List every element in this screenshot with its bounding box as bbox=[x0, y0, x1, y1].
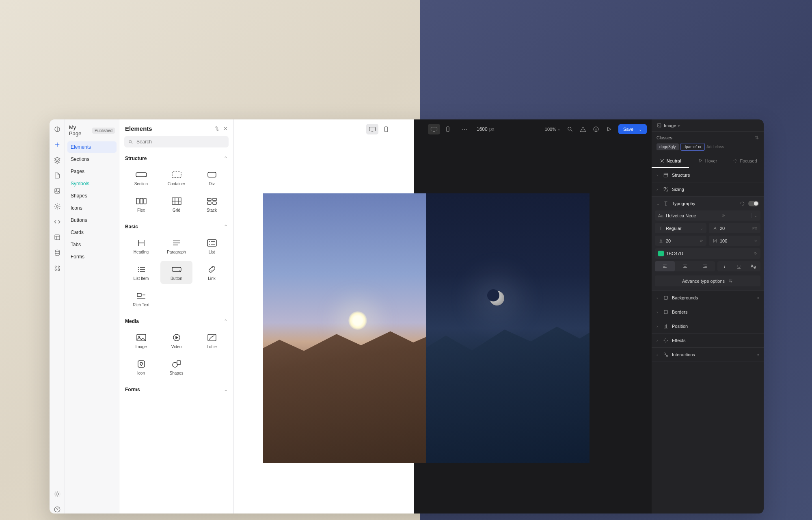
state-tab-hover[interactable]: Hover bbox=[689, 155, 726, 168]
code-icon[interactable] bbox=[53, 218, 61, 226]
image-icon[interactable] bbox=[53, 187, 61, 195]
nav-item-tabs[interactable]: Tabs bbox=[67, 239, 117, 250]
canvas-width[interactable]: 1600px bbox=[477, 126, 494, 132]
align-right-button[interactable] bbox=[695, 261, 715, 271]
sort-icon[interactable]: ⇅ bbox=[755, 135, 759, 141]
tile-icon[interactable]: Icon bbox=[125, 355, 157, 379]
device-desktop-dark[interactable] bbox=[428, 124, 440, 134]
nav-item-icons[interactable]: Icons bbox=[67, 202, 117, 214]
tile-heading[interactable]: Heading bbox=[125, 234, 157, 258]
database-icon[interactable] bbox=[53, 249, 61, 257]
align-left-button[interactable] bbox=[655, 261, 675, 271]
nav-item-symbols[interactable]: Symbols bbox=[67, 178, 117, 189]
text-color-field[interactable]: 1BC47D ⟳ bbox=[655, 248, 760, 259]
class-tag[interactable]: dpamc1or bbox=[680, 143, 705, 151]
search-canvas-icon[interactable] bbox=[566, 126, 574, 133]
tile-flex[interactable]: Flex bbox=[125, 193, 157, 216]
nav-item-forms[interactable]: Forms bbox=[67, 251, 117, 262]
device-tablet-light[interactable] bbox=[380, 124, 392, 134]
letter-spacing-field[interactable]: 100 % bbox=[709, 236, 760, 246]
search-field[interactable] bbox=[136, 139, 225, 145]
section-interactions[interactable]: ›Interactions• bbox=[652, 348, 764, 362]
tile-image[interactable]: Image bbox=[125, 329, 157, 352]
underline-button[interactable]: U bbox=[732, 261, 746, 271]
chevron-down-icon[interactable]: ⌄ bbox=[636, 127, 642, 132]
tile-stack[interactable]: Stack bbox=[196, 193, 228, 216]
component-icon[interactable] bbox=[53, 264, 61, 272]
canvas[interactable]: ⋯ 1600px 100% ⌄ Save⌄ bbox=[234, 119, 652, 514]
more-icon[interactable]: ⋯ bbox=[754, 123, 759, 128]
nav-item-elements[interactable]: Elements bbox=[67, 141, 117, 153]
font-weight-field[interactable]: T Regular ⌄ bbox=[655, 223, 706, 233]
tile-video[interactable]: Video bbox=[160, 329, 192, 352]
logo-icon[interactable] bbox=[53, 125, 61, 133]
help-icon[interactable] bbox=[53, 505, 61, 514]
preview-icon[interactable] bbox=[605, 126, 613, 133]
section-position[interactable]: ›Position bbox=[652, 319, 764, 334]
add-class-input[interactable]: Add class bbox=[706, 145, 724, 149]
save-button[interactable]: Save⌄ bbox=[618, 124, 647, 134]
font-family-field[interactable]: Aa Helvetica Neue ⟳ ⌄ bbox=[655, 210, 760, 221]
device-desktop-light[interactable] bbox=[366, 124, 378, 134]
theme-icon[interactable] bbox=[53, 490, 61, 498]
advance-type-button[interactable]: Advance type options bbox=[655, 275, 760, 286]
tile-rich-text[interactable]: Rich Text bbox=[125, 287, 157, 310]
category-media-header[interactable]: Media ⌃ bbox=[119, 314, 233, 327]
tile-paragraph[interactable]: Paragraph bbox=[160, 234, 192, 258]
tile-link[interactable]: Link bbox=[196, 261, 228, 284]
tile-list-item[interactable]: List Item bbox=[125, 261, 157, 284]
refresh-icon[interactable]: ⟳ bbox=[754, 251, 757, 256]
line-height-field[interactable]: 20 ⟳ bbox=[655, 236, 706, 246]
align-center-button[interactable] bbox=[675, 261, 695, 271]
page-icon[interactable] bbox=[53, 171, 61, 180]
zoom-level[interactable]: 100% ⌄ bbox=[545, 127, 561, 132]
state-tab-focused[interactable]: Focused bbox=[726, 155, 764, 168]
refresh-icon[interactable]: ⟳ bbox=[722, 214, 725, 218]
category-forms-header[interactable]: Forms ⌄ bbox=[119, 383, 233, 395]
section-typography-header[interactable]: ⌄ Typography bbox=[652, 197, 764, 210]
artwork[interactable] bbox=[263, 193, 590, 463]
section-borders[interactable]: ›Borders bbox=[652, 305, 764, 319]
canvas-body[interactable] bbox=[234, 139, 652, 514]
tile-shapes[interactable]: Shapes bbox=[160, 355, 192, 379]
category-structure-header[interactable]: Structure ⌃ bbox=[119, 152, 233, 164]
accessibility-icon[interactable] bbox=[592, 126, 600, 133]
reset-icon[interactable] bbox=[740, 201, 745, 206]
tile-section[interactable]: Section bbox=[125, 166, 157, 189]
class-tag[interactable]: dpgq3gly bbox=[657, 143, 679, 150]
more-devices-icon[interactable]: ⋯ bbox=[461, 126, 469, 133]
italic-button[interactable]: I bbox=[717, 261, 732, 271]
font-size-field[interactable]: 20 PX bbox=[709, 223, 760, 233]
state-tab-neutral[interactable]: Neutral bbox=[652, 155, 689, 168]
toggle-switch[interactable] bbox=[748, 201, 759, 206]
case-button[interactable]: Aǥ bbox=[746, 261, 760, 271]
settings-icon[interactable] bbox=[53, 202, 61, 210]
nav-item-cards[interactable]: Cards bbox=[67, 227, 117, 238]
tile-lottie[interactable]: Lottie bbox=[196, 329, 228, 352]
category-basic-header[interactable]: Basic ⌃ bbox=[119, 220, 233, 232]
tile-button[interactable]: Button bbox=[160, 261, 192, 284]
tile-container[interactable]: Container bbox=[160, 166, 192, 189]
device-mobile-dark[interactable] bbox=[442, 124, 454, 134]
chevron-down-icon[interactable]: ⌄ bbox=[751, 213, 757, 218]
search-input[interactable] bbox=[124, 136, 229, 147]
section-structure[interactable]: ›Structure bbox=[652, 168, 764, 182]
nav-item-shapes[interactable]: Shapes bbox=[67, 190, 117, 202]
warnings-icon[interactable] bbox=[579, 126, 587, 133]
tile-grid[interactable]: Grid bbox=[160, 193, 192, 216]
refresh-icon[interactable]: ⟳ bbox=[700, 239, 703, 243]
layers-icon[interactable] bbox=[53, 156, 61, 164]
tile-list[interactable]: List bbox=[196, 234, 228, 258]
section-sizing[interactable]: ›Sizing bbox=[652, 182, 764, 197]
layout-icon[interactable] bbox=[53, 233, 61, 241]
close-icon[interactable]: ✕ bbox=[223, 126, 228, 132]
nav-item-buttons[interactable]: Buttons bbox=[67, 214, 117, 226]
breadcrumb[interactable]: Image ▸ bbox=[657, 123, 680, 128]
tile-div[interactable]: Div bbox=[196, 166, 228, 189]
section-effects[interactable]: ›Effects bbox=[652, 334, 764, 348]
nav-item-pages[interactable]: Pages bbox=[67, 166, 117, 177]
section-backgrounds[interactable]: ›Backgrounds• bbox=[652, 291, 764, 305]
add-icon[interactable] bbox=[53, 141, 61, 149]
nav-item-sections[interactable]: Sections bbox=[67, 154, 117, 165]
sort-icon[interactable]: ⇅ bbox=[215, 126, 219, 132]
